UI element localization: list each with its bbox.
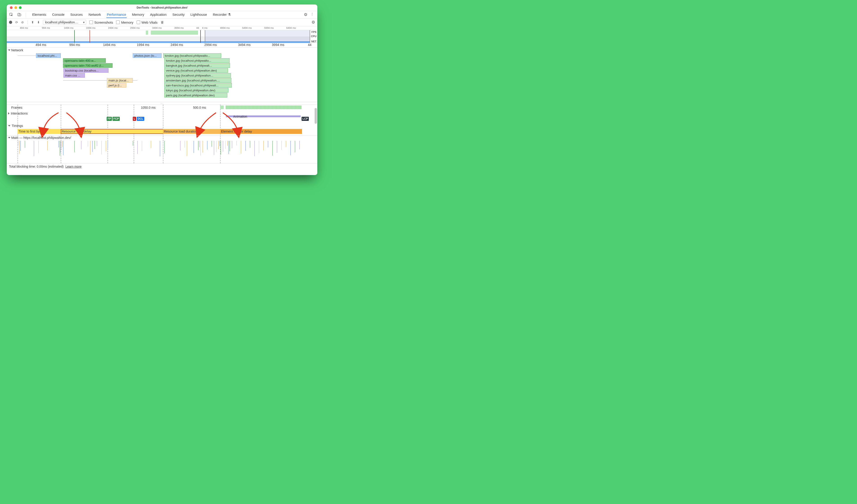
flamechart-bar[interactable] (277, 141, 277, 153)
network-request-bar[interactable]: opensans-latin-400.w... (63, 58, 106, 63)
flamechart-bar[interactable] (185, 141, 185, 148)
network-request-bar[interactable]: main.js (local... (107, 78, 133, 83)
interactions-lane[interactable]: Interactions Animation (7, 111, 317, 116)
flamechart-bar[interactable] (198, 141, 199, 150)
flamechart-bar[interactable] (92, 141, 93, 152)
flamechart-bar[interactable] (281, 141, 282, 150)
flamechart-bar[interactable] (227, 141, 228, 146)
reload-record-icon[interactable]: ⟳ (15, 20, 18, 24)
inspect-icon[interactable] (9, 12, 14, 17)
flamechart-bar[interactable] (218, 141, 219, 149)
flamechart-bar[interactable] (207, 141, 207, 150)
network-request-bar[interactable]: bootstrap.css (localhos... (64, 68, 108, 73)
save-profile-icon[interactable]: ⬇ (37, 20, 40, 24)
flamechart-bar[interactable] (245, 141, 246, 151)
network-request-bar[interactable]: perf.js (l... (107, 83, 126, 87)
flamechart-bar[interactable] (95, 141, 95, 149)
flamechart-bar[interactable] (223, 141, 223, 152)
flamechart-bar[interactable] (203, 141, 203, 153)
flamechart-bar[interactable] (254, 141, 255, 156)
flamechart-bar[interactable] (259, 141, 259, 153)
marker-fcp[interactable]: FCP (113, 117, 120, 121)
flamechart-bar[interactable] (142, 141, 142, 151)
network-request-bar[interactable]: venice.jpg (localhost.philipwalton.dev) (164, 68, 228, 73)
marker-fp[interactable]: FP (107, 117, 112, 121)
flamechart-bar[interactable] (164, 141, 165, 153)
memory-checkbox[interactable]: Memory (116, 20, 133, 24)
kebab-menu-icon[interactable]: ⋮ (310, 12, 314, 17)
tab-network[interactable]: Network (88, 12, 101, 18)
flamechart-bar[interactable] (61, 141, 62, 150)
flamechart-bar[interactable] (232, 141, 232, 148)
flamechart-bar[interactable] (62, 141, 63, 147)
webvitals-checkbox[interactable]: Web Vitals (137, 20, 157, 24)
network-request-bar[interactable]: london.jpg (localhost.philipwalto... (163, 53, 221, 58)
network-request-bar[interactable]: tokyo.jpg (localhost.philipwalton.dev) (164, 88, 229, 93)
load-profile-icon[interactable]: ⬆ (31, 20, 34, 24)
flamechart-bar[interactable] (63, 141, 64, 155)
marker-lcp[interactable]: LCP (302, 117, 309, 121)
flamechart-bar[interactable] (219, 141, 220, 146)
flamechart-bar[interactable] (272, 141, 273, 156)
flamechart-bar[interactable] (225, 141, 225, 149)
network-request-bar[interactable]: main.css ... (64, 73, 85, 78)
tab-application[interactable]: Application (150, 12, 167, 18)
network-request-bar[interactable]: san-francisco.jpg (localhost.philipwalt.… (164, 83, 232, 87)
flamechart-bar[interactable] (107, 141, 108, 149)
flamechart-bar[interactable] (268, 141, 268, 147)
frames-lane[interactable]: Frames 1050.0 ms 500.0 ms (7, 105, 317, 111)
main-lane-toggle[interactable]: Main — https://localhost.philipwalton.de… (8, 136, 71, 139)
flamechart-bar[interactable] (74, 141, 75, 152)
target-select[interactable]: localhost.philipwalton.... (43, 20, 86, 25)
clear-icon[interactable]: ⊘ (21, 20, 24, 24)
flamechart-bar[interactable] (90, 141, 90, 155)
capture-settings-icon[interactable]: ⚙ (312, 20, 315, 25)
marker-l[interactable]: L (133, 117, 136, 121)
pane-resizer[interactable]: ⋯ (7, 102, 317, 105)
timing-element-render-delay[interactable]: Element render delay (220, 129, 302, 134)
flamechart-bar[interactable] (38, 141, 39, 153)
flamechart-bar[interactable] (97, 141, 97, 146)
network-lane-toggle[interactable]: Network (8, 48, 23, 52)
flamechart-bar[interactable] (241, 141, 241, 154)
network-request-bar[interactable]: london.jpg (localhost.philipwalto... (164, 58, 230, 63)
flamechart-bar[interactable] (286, 141, 286, 147)
collect-garbage-icon[interactable]: 🗑 (161, 20, 164, 24)
timing-ttfb[interactable]: Time to first byte (18, 129, 62, 134)
flamechart-bar[interactable] (137, 141, 138, 154)
timings-lane[interactable]: Timings FP FCP L DCL LCP Time to first b… (7, 116, 317, 135)
marker-dcl[interactable]: DCL (137, 117, 144, 121)
timing-resource-load-duration[interactable]: Resource load duration (163, 129, 221, 134)
flamechart-bar[interactable] (214, 141, 214, 155)
tab-recorder[interactable]: Recorder ⚗ (213, 12, 231, 18)
flamechart-bar[interactable] (19, 141, 20, 154)
network-request-bar[interactable]: opensans-latin-700.woff2 (l... (63, 63, 113, 68)
tab-memory[interactable]: Memory (132, 12, 145, 18)
flamechart-bar[interactable] (25, 141, 25, 148)
flamechart-bar[interactable] (58, 141, 59, 147)
tab-performance[interactable]: Performance (106, 12, 127, 18)
flamechart-bar[interactable] (295, 141, 295, 152)
flamechart-bar[interactable] (299, 141, 300, 149)
vertical-scrollbar[interactable] (315, 108, 317, 171)
flamechart-bar[interactable] (47, 141, 48, 150)
flamechart-bar[interactable] (160, 141, 160, 156)
flamechart-bar[interactable] (60, 141, 60, 156)
tab-sources[interactable]: Sources (70, 12, 83, 18)
overview-selection[interactable] (205, 30, 310, 43)
flamechart-bar[interactable] (199, 141, 200, 147)
learn-more-link[interactable]: Learn more (66, 165, 82, 168)
settings-icon[interactable]: ⚙ (304, 12, 307, 17)
timing-resource-load-delay[interactable]: Resource load delay (61, 129, 164, 134)
flamechart-bar[interactable] (236, 141, 237, 145)
flamechart-bar[interactable] (200, 141, 201, 155)
tab-lighthouse[interactable]: Lighthouse (190, 12, 207, 18)
network-request-bar[interactable]: localhost.phi... (36, 53, 61, 58)
flamechart-bar[interactable] (18, 141, 18, 145)
tab-console[interactable]: Console (52, 12, 65, 18)
tab-security[interactable]: Security (172, 12, 185, 18)
flamechart-bar[interactable] (250, 141, 250, 148)
overview-body[interactable]: FPS CPU NET (7, 30, 317, 43)
flamechart-bar[interactable] (60, 141, 61, 153)
flamechart-bar[interactable] (20, 141, 21, 151)
